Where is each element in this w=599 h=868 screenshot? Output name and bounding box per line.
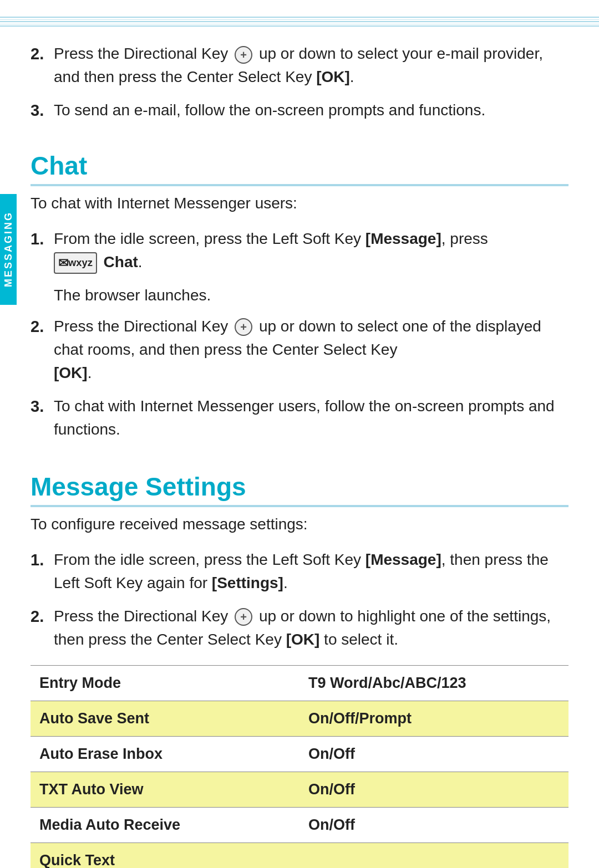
table-cell-col1: TXT Auto View — [31, 772, 300, 807]
top-line-5 — [0, 25, 599, 27]
top-line-4 — [0, 24, 599, 24]
ms-item-2-text: Press the Directional Key up or down to … — [54, 605, 568, 651]
top-decorative-lines — [0, 17, 599, 27]
chat-item-2: 2. Press the Directional Key up or down … — [31, 315, 568, 385]
key-icon-9wxyz: ✉wxyz — [54, 252, 97, 274]
ms-item-1-num: 1. — [31, 548, 54, 573]
chat-intro: To chat with Internet Messenger users: — [31, 192, 568, 215]
ok-key-3: [OK] — [286, 631, 320, 648]
chat-item-2-num: 2. — [31, 315, 54, 339]
chat-section: Chat To chat with Internet Messenger use… — [31, 151, 568, 441]
chat-item-3-text: To chat with Internet Messenger users, f… — [54, 395, 568, 441]
chat-heading: Chat — [31, 151, 568, 186]
table-row: Auto Save SentOn/Off/Prompt — [31, 701, 568, 736]
table-cell-col2: On/Off — [300, 807, 568, 843]
browser-launches-text: The browser launches. — [54, 287, 211, 304]
message-key-2: [Message] — [366, 551, 441, 568]
table-cell-col1: Entry Mode — [31, 665, 300, 701]
table-cell-col2: T9 Word/Abc/ABC/123 — [300, 665, 568, 701]
page-container: MESSAGING 2. Press the Directional Key u… — [0, 0, 599, 868]
table-row: Auto Erase InboxOn/Off — [31, 736, 568, 772]
table-cell-col2 — [300, 843, 568, 868]
chat-heading-wrapper: Chat — [31, 151, 568, 186]
intro-item-3: 3. To send an e-mail, follow the on-scre… — [31, 99, 568, 123]
chat-item-1-num: 1. — [31, 227, 54, 252]
table-row: Quick Text — [31, 843, 568, 868]
settings-table-body: Entry ModeT9 Word/Abc/ABC/123Auto Save S… — [31, 665, 568, 868]
message-settings-intro: To configure received message settings: — [31, 513, 568, 536]
intro-item-3-text: To send an e-mail, follow the on-screen … — [54, 99, 568, 122]
chat-item-3-num: 3. — [31, 395, 54, 419]
table-cell-col1: Auto Save Sent — [31, 701, 300, 736]
top-line-2 — [0, 19, 599, 20]
table-cell-col1: Quick Text — [31, 843, 300, 868]
top-line-3 — [0, 21, 599, 22]
chat-bold-1: Chat — [104, 253, 138, 270]
table-cell-col2: On/Off/Prompt — [300, 701, 568, 736]
directional-key-icon-1 — [235, 46, 252, 64]
intro-item-3-num: 3. — [31, 99, 54, 123]
chat-item-3: 3. To chat with Internet Messenger users… — [31, 395, 568, 441]
table-cell-col1: Media Auto Receive — [31, 807, 300, 843]
directional-key-icon-2 — [235, 318, 252, 336]
table-row: Media Auto ReceiveOn/Off — [31, 807, 568, 843]
top-line-1 — [0, 17, 599, 18]
table-row: Entry ModeT9 Word/Abc/ABC/123 — [31, 665, 568, 701]
chat-item-1-text: From the idle screen, press the Left Sof… — [54, 227, 568, 274]
ms-item-2-num: 2. — [31, 605, 54, 629]
table-cell-col1: Auto Erase Inbox — [31, 736, 300, 772]
chat-item-2-text: Press the Directional Key up or down to … — [54, 315, 568, 385]
settings-key: [Settings] — [212, 574, 283, 591]
ok-key-2: [OK] — [54, 364, 88, 381]
ms-item-2: 2. Press the Directional Key up or down … — [31, 605, 568, 651]
ok-key-1: [OK] — [316, 68, 350, 85]
settings-table: Entry ModeT9 Word/Abc/ABC/123Auto Save S… — [31, 665, 568, 868]
sidebar-label-text: MESSAGING — [3, 211, 14, 287]
intro-item-2-num: 2. — [31, 42, 54, 67]
message-key-1: [Message] — [366, 230, 441, 247]
sidebar-messaging: MESSAGING — [0, 194, 17, 305]
table-cell-col2: On/Off — [300, 736, 568, 772]
top-intro: 2. Press the Directional Key up or down … — [31, 42, 568, 123]
intro-item-2-text: Press the Directional Key up or down to … — [54, 42, 568, 89]
chat-item-1: 1. From the idle screen, press the Left … — [31, 227, 568, 274]
table-cell-col2: On/Off — [300, 772, 568, 807]
directional-key-icon-3 — [235, 608, 252, 626]
message-settings-heading: Message Settings — [31, 472, 568, 507]
message-settings-section: Message Settings To configure received m… — [31, 472, 568, 868]
intro-item-2: 2. Press the Directional Key up or down … — [31, 42, 568, 89]
chat-item-1-sub: The browser launches. — [54, 284, 568, 307]
table-row: TXT Auto ViewOn/Off — [31, 772, 568, 807]
main-content: 2. Press the Directional Key up or down … — [31, 31, 568, 868]
ms-item-1-text: From the idle screen, press the Left Sof… — [54, 548, 568, 595]
ms-item-1: 1. From the idle screen, press the Left … — [31, 548, 568, 595]
message-settings-heading-wrapper: Message Settings — [31, 472, 568, 507]
